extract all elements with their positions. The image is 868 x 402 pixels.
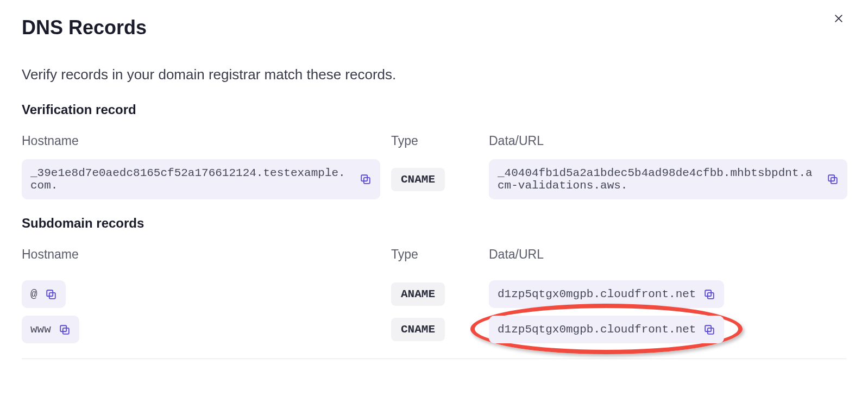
copy-icon[interactable] (703, 288, 715, 300)
copy-icon[interactable] (45, 288, 57, 300)
subdomain-hostname-value: @ (30, 288, 37, 300)
verification-data-value: _40404fb1d5a2a1bdec5b4ad98de4cfbb.mhbtsb… (498, 167, 819, 192)
subdomain-data-value: d1zp5qtgx0mgpb.cloudfront.net (498, 288, 696, 300)
subdomain-data-value: d1zp5qtgx0mgpb.cloudfront.net (498, 323, 696, 336)
subdomain-hostname-value: www (30, 323, 51, 336)
highlighted-annotation: d1zp5qtgx0mgpb.cloudfront.net (489, 316, 724, 343)
verification-hostname-value: _39e1e8d7e0aedc8165cf52a176612124.testex… (30, 167, 352, 192)
col-header-hostname: Hostname (22, 134, 380, 148)
copy-icon[interactable] (59, 324, 71, 336)
copy-icon[interactable] (360, 173, 372, 185)
verification-heading: Verification record (22, 102, 846, 117)
verification-data-field: _40404fb1d5a2a1bdec5b4ad98de4cfbb.mhbtsb… (489, 159, 847, 199)
col-header-data: Data/URL (489, 134, 847, 148)
subdomain-data-field: d1zp5qtgx0mgpb.cloudfront.net (489, 316, 724, 343)
col-header-hostname: Hostname (22, 247, 380, 262)
page-subtitle: Verify records in your domain registrar … (22, 66, 846, 83)
divider (22, 359, 846, 359)
subdomain-type-badge: ANAME (391, 282, 445, 306)
col-header-type: Type (391, 247, 478, 262)
verification-hostname-field: _39e1e8d7e0aedc8165cf52a176612124.testex… (22, 159, 380, 199)
subdomain-type-badge: CNAME (391, 318, 445, 341)
verification-type-badge: CNAME (391, 168, 445, 191)
subdomain-hostname-field: @ (22, 280, 66, 308)
col-header-data: Data/URL (489, 247, 847, 262)
page-title: DNS Records (22, 16, 846, 39)
copy-icon[interactable] (703, 324, 715, 336)
copy-icon[interactable] (827, 173, 839, 185)
subdomain-heading: Subdomain records (22, 216, 846, 231)
close-icon[interactable] (831, 11, 846, 26)
subdomain-data-field: d1zp5qtgx0mgpb.cloudfront.net (489, 280, 724, 308)
col-header-type: Type (391, 134, 478, 148)
subdomain-hostname-field: www (22, 316, 79, 343)
